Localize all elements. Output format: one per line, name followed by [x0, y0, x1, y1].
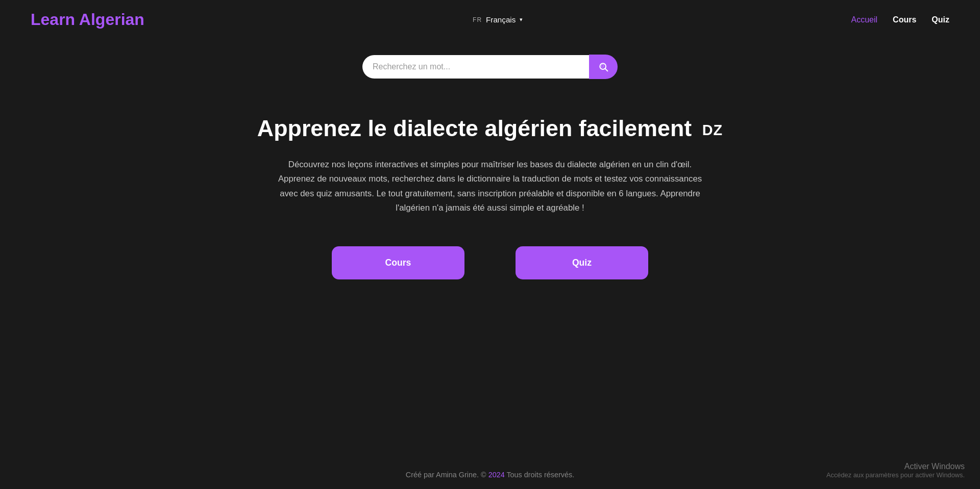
footer-text-before: Créé par Amina Grine. ©: [406, 471, 488, 479]
nav-accueil[interactable]: Accueil: [851, 15, 878, 24]
search-icon: [598, 62, 608, 72]
site-header: Learn Algerian FR Français ▾ Accueil Cou…: [0, 0, 980, 39]
quiz-button[interactable]: Quiz: [516, 246, 648, 279]
language-flag: FR: [473, 16, 482, 23]
dz-badge: DZ: [702, 122, 723, 138]
footer-year: 2024: [488, 471, 505, 479]
search-section: [0, 39, 980, 84]
nav-quiz[interactable]: Quiz: [932, 15, 949, 24]
logo[interactable]: Learn Algerian: [31, 10, 144, 29]
hero-section: Apprenez le dialecte algérien facilement…: [0, 84, 980, 460]
footer-text-after: Tous droits réservés.: [505, 471, 575, 479]
cours-button[interactable]: Cours: [332, 246, 464, 279]
chevron-down-icon: ▾: [520, 16, 523, 23]
footer-text: Créé par Amina Grine. © 2024 Tous droits…: [10, 471, 970, 479]
language-name: Français: [486, 15, 516, 24]
search-input[interactable]: [362, 55, 589, 79]
nav-cours[interactable]: Cours: [893, 15, 916, 24]
hero-title: Apprenez le dialecte algérien facilement…: [257, 115, 723, 142]
svg-point-2: [601, 65, 604, 67]
search-button[interactable]: [589, 55, 618, 79]
hero-description: Découvrez nos leçons interactives et sim…: [273, 158, 707, 216]
main-nav: Accueil Cours Quiz: [851, 15, 949, 24]
search-bar: [362, 55, 618, 79]
svg-line-1: [605, 69, 608, 71]
cta-section: Cours Quiz: [332, 246, 648, 279]
site-footer: Créé par Amina Grine. © 2024 Tous droits…: [0, 460, 980, 489]
language-selector[interactable]: FR Français ▾: [473, 15, 523, 24]
